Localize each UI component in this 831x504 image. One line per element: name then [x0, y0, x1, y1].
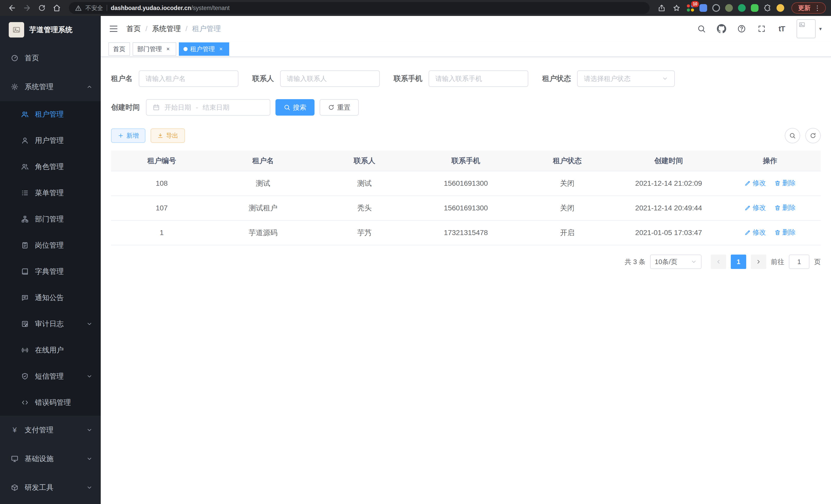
goto-page-input[interactable] [789, 255, 809, 269]
close-icon[interactable]: × [165, 46, 172, 53]
extensions-puzzle-icon[interactable] [762, 2, 773, 14]
cell-created: 2021-01-05 17:03:47 [618, 220, 719, 245]
refresh-table-button[interactable] [805, 128, 821, 143]
create-time-range-picker[interactable]: 开始日期 - 结束日期 [146, 99, 270, 116]
sidebar-item-infra[interactable]: 基础设施 [0, 444, 101, 473]
phone-input-wrap [429, 70, 528, 87]
browser-back-button[interactable] [5, 1, 19, 14]
profile-avatar-icon[interactable] [774, 2, 786, 14]
sidebar-item-errcode[interactable]: 错误码管理 [0, 389, 101, 416]
shield-icon [21, 373, 29, 380]
sidebar-item-label: 字典管理 [35, 267, 92, 276]
breadcrumb-item-home[interactable]: 首页 [126, 24, 141, 34]
extension-dark-circle-icon[interactable] [710, 2, 722, 14]
add-button[interactable]: 新增 [111, 128, 145, 143]
edit-button[interactable]: 修改 [744, 228, 766, 237]
sidebar-item-system[interactable]: 系统管理 [0, 72, 101, 101]
cell-status: 关闭 [516, 196, 618, 220]
tenant-name-input[interactable] [145, 75, 232, 83]
help-icon[interactable] [736, 23, 748, 35]
extension-green-square-icon[interactable] [749, 2, 761, 14]
delete-button[interactable]: 删除 [774, 228, 796, 237]
sidebar-item-notice[interactable]: 通知公告 [0, 285, 101, 311]
tab-label: 部门管理 [137, 45, 162, 53]
breadcrumb-item-system[interactable]: 系统管理 [152, 24, 181, 34]
user-menu[interactable]: ▾ [797, 19, 822, 38]
cell-contact: 芋艿 [314, 220, 415, 245]
export-button[interactable]: 导出 [150, 128, 185, 143]
filter-tenant-name: 租户名 [111, 70, 238, 87]
reset-button[interactable]: 重置 [320, 99, 359, 116]
omnibox-divider [107, 5, 107, 11]
active-dot-icon [183, 47, 188, 51]
filter-create-time: 创建时间 开始日期 - 结束日期 [111, 99, 270, 116]
header-search-icon[interactable] [695, 23, 708, 35]
status-label: 租户状态 [542, 74, 571, 84]
tab-tenant[interactable]: 租户管理× [179, 42, 229, 56]
bookmark-star-icon[interactable] [670, 1, 684, 14]
page-1-button[interactable]: 1 [731, 255, 746, 269]
green-circle-glyph [738, 4, 746, 12]
filter-phone: 联系手机 [394, 70, 528, 87]
sidebar-item-devtools[interactable]: 研发工具 [0, 473, 101, 502]
sidebar-item-online-users[interactable]: 在线用户 [0, 337, 101, 363]
id-card-icon [21, 241, 29, 249]
sidebar-item-pay[interactable]: ¥ 支付管理 [0, 416, 101, 444]
github-icon[interactable] [715, 23, 728, 35]
browser-reload-button[interactable] [35, 1, 49, 14]
extension-blue-icon[interactable] [697, 2, 709, 14]
sidebar-item-dict[interactable]: 字典管理 [0, 259, 101, 285]
sidebar-collapse-button[interactable] [101, 16, 126, 41]
page-size-select[interactable]: 10条/页 [650, 255, 701, 269]
page-content: 租户名 联系人 联系手机 租户状态 请选择租户状态 [101, 57, 831, 504]
filter-contact: 联系人 [252, 70, 380, 87]
extension-dots-icon[interactable]: 10 [685, 2, 696, 14]
font-size-icon[interactable]: tT [775, 23, 788, 35]
browser-update-button[interactable]: 更新 ⋮ [792, 2, 826, 13]
sidebar-item-post[interactable]: 岗位管理 [0, 232, 101, 259]
extension-green-circle-icon[interactable] [736, 2, 748, 14]
delete-button[interactable]: 删除 [774, 203, 796, 212]
edit-label: 修改 [753, 179, 766, 187]
next-page-button[interactable] [751, 255, 766, 269]
fullscreen-icon[interactable] [755, 23, 768, 35]
edit-button[interactable]: 修改 [744, 203, 766, 212]
table-toolbar: 新增 导出 [111, 128, 821, 143]
app-header: 首页 / 系统管理 / 租户管理 tT ▾ [101, 16, 831, 41]
address-bar[interactable]: 不安全 dashboard.yudao.iocoder.cn/system/te… [69, 2, 650, 14]
delete-button[interactable]: 删除 [774, 179, 796, 187]
sidebar-item-user[interactable]: 用户管理 [0, 127, 101, 154]
sidebar-item-tenant[interactable]: 租户管理 [0, 101, 101, 127]
tab-label: 首页 [113, 45, 125, 53]
phone-input[interactable] [435, 75, 522, 83]
contact-input[interactable] [287, 75, 373, 83]
toggle-search-button[interactable] [785, 128, 800, 143]
date-separator: - [196, 103, 198, 112]
extension-olive-circle-icon[interactable] [723, 2, 735, 14]
tenant-status-select[interactable]: 请选择租户状态 [577, 70, 675, 87]
tags-view: 首页 部门管理× 租户管理× [101, 41, 831, 57]
sidebar-item-role[interactable]: 角色管理 [0, 154, 101, 180]
sidebar-item-home[interactable]: 首页 [0, 44, 101, 72]
sidebar-item-audit-log[interactable]: 审计日志 [0, 311, 101, 337]
export-button-label: 导出 [166, 131, 178, 140]
prev-page-button[interactable] [711, 255, 726, 269]
gear-icon [11, 83, 19, 91]
browser-forward-button[interactable] [20, 1, 34, 14]
edit-button[interactable]: 修改 [744, 179, 766, 187]
browser-menu-icon[interactable]: ⋮ [814, 4, 821, 12]
share-icon[interactable] [655, 1, 668, 14]
tab-home[interactable]: 首页 [109, 42, 130, 56]
tab-dept[interactable]: 部门管理× [133, 42, 176, 56]
close-icon[interactable]: × [218, 46, 225, 53]
browser-home-button[interactable] [50, 1, 64, 14]
sidebar-item-menu[interactable]: 菜单管理 [0, 180, 101, 206]
sidebar-item-sms[interactable]: 短信管理 [0, 363, 101, 389]
tenants-icon [21, 111, 29, 118]
sidebar-item-dept[interactable]: 部门管理 [0, 206, 101, 232]
refresh-icon [810, 132, 816, 139]
table-header-row: 租户编号 租户名 联系人 联系手机 租户状态 创建时间 操作 [111, 151, 821, 171]
app-logo[interactable]: 芋道管理系统 [0, 16, 101, 44]
search-button[interactable]: 搜索 [276, 99, 315, 116]
sidebar-item-label: 菜单管理 [35, 188, 92, 198]
